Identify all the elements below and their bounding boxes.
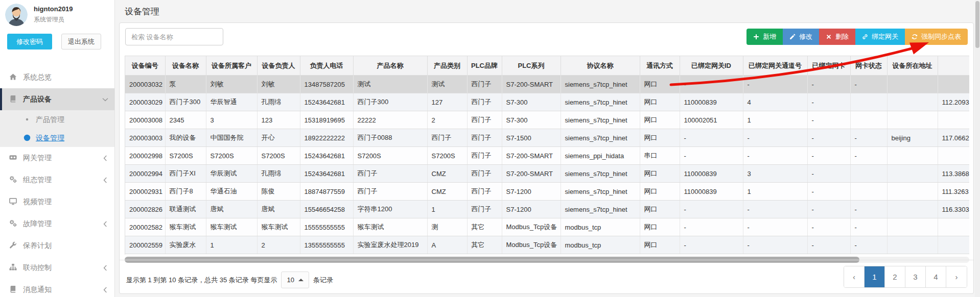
- column-header-设备编号[interactable]: 设备编号: [125, 56, 165, 76]
- records-summary: 显示第 1 到第 10 条记录，总共 35 条记录 每页显示 10 条记录: [126, 271, 333, 288]
- column-header-已绑定网关ID[interactable]: 已绑定网关ID: [680, 56, 743, 76]
- table-cell: -: [850, 201, 887, 218]
- table-row[interactable]: 200002582猴车测试猴车测试猴车测试15555555555猴车测试测其它M…: [125, 218, 969, 236]
- table-cell: -: [680, 201, 743, 218]
- column-header-负责人电话[interactable]: 负责人电话: [300, 56, 353, 76]
- change-password-button[interactable]: 修改密码: [7, 34, 52, 50]
- table-cell: 13487587205: [300, 76, 353, 93]
- table-row[interactable]: 200002931西门子8华通石油陈俊18874877559西门子CMZ西门子S…: [125, 183, 969, 201]
- table-cell: 华辰测试: [206, 165, 257, 183]
- table-cell: 127: [427, 93, 467, 111]
- table-row[interactable]: 200003003我的设备中国国务院开心18922222222西门子0088西门…: [125, 129, 969, 147]
- sidebar-item-6[interactable]: 保养计划: [0, 235, 114, 257]
- sidebar-item-7[interactable]: 联动控制: [0, 257, 114, 279]
- column-header-网卡状态[interactable]: 网卡状态: [850, 56, 887, 76]
- table-row[interactable]: 200003029西门子300华辰智通孔雨绵15243642681西门子3001…: [125, 93, 969, 111]
- column-header-产品类别[interactable]: 产品类别: [427, 56, 467, 76]
- table-cell: 西门子: [467, 76, 502, 93]
- column-header-已绑定网卡[interactable]: 已绑定网卡: [807, 56, 850, 76]
- column-header-已绑定网关通道号[interactable]: 已绑定网关通道号: [743, 56, 807, 76]
- sidebar-subitem-产品管理[interactable]: 产品管理: [0, 110, 114, 129]
- table-cell: 西门子: [467, 183, 502, 201]
- chevron-left-icon: [103, 147, 107, 169]
- sidebar-item-5[interactable]: 故障管理: [0, 213, 114, 235]
- table-row[interactable]: 2000030082345312315318919695222222西门子S7-…: [125, 111, 969, 129]
- table-cell: 1: [743, 183, 807, 201]
- table-cell: 西门子: [353, 183, 427, 201]
- sidebar-item-2[interactable]: 网关管理: [0, 147, 114, 169]
- 删除-button[interactable]: 删除: [819, 29, 855, 45]
- username: hignton2019: [34, 5, 73, 13]
- column-header-PLC系列[interactable]: PLC系列: [502, 56, 561, 76]
- sidebar-subitem-设备管理[interactable]: 设备管理: [0, 129, 114, 147]
- table-cell: 其它: [467, 218, 502, 236]
- table-cell: 开心: [257, 129, 300, 147]
- pagination-page-2[interactable]: 2: [885, 266, 905, 287]
- table-cell: 22222: [353, 111, 427, 129]
- page-size-dropdown[interactable]: 10: [281, 271, 309, 288]
- table-row[interactable]: 200002994西门子XI华辰测试孔雨绵15243642681西门子CMZ西门…: [125, 165, 969, 183]
- column-header-设备所在地址[interactable]: 设备所在地址: [887, 56, 938, 76]
- sidebar-item-3[interactable]: 组态管理: [0, 169, 114, 191]
- table-cell: [850, 93, 887, 111]
- table-row[interactable]: 200003032泵刘敏刘敏13487587205测试测试西门子S7-200-S…: [125, 76, 969, 93]
- column-header-协议名称[interactable]: 协议名称: [561, 56, 640, 76]
- sidebar-item-label: 故障管理: [23, 219, 52, 228]
- table-row[interactable]: 200002559实验废水1213555555555实验室废水处理2019A其它…: [125, 236, 969, 254]
- table-cell: 实验废水: [165, 236, 206, 254]
- 修改-button[interactable]: 修改: [783, 29, 819, 45]
- sidebar-item-8[interactable]: 消息通知: [0, 279, 114, 297]
- device-table-wrap: 设备编号设备名称设备所属客户设备负责人负责人电话产品名称产品类别PLC品牌PLC…: [125, 56, 969, 255]
- vertical-scrollbar: [975, 0, 980, 297]
- table-cell: 我的设备: [165, 129, 206, 147]
- table-cell: -: [807, 93, 850, 111]
- 强制同步点表-button[interactable]: 强制同步点表: [905, 29, 968, 45]
- table-cell: 西门子: [467, 201, 502, 218]
- pagination-prev[interactable]: ‹: [844, 266, 865, 287]
- pencil-icon: [789, 34, 796, 40]
- search-input[interactable]: [125, 28, 223, 45]
- table-cell: 1: [427, 201, 467, 218]
- pagination-page-4[interactable]: 4: [926, 266, 946, 287]
- column-header-产品名称[interactable]: 产品名称: [353, 56, 427, 76]
- column-header-经度[interactable]: 经度: [938, 56, 969, 76]
- table-cell: -: [680, 218, 743, 236]
- table-cell: 猴车测试: [257, 218, 300, 236]
- table-cell: 117.0662: [938, 129, 969, 147]
- column-header-设备负责人[interactable]: 设备负责人: [257, 56, 300, 76]
- 绑定网关-button[interactable]: 绑定网关: [855, 29, 905, 45]
- sidebar-item-0[interactable]: 系统总览: [0, 66, 114, 88]
- pagination-page-3[interactable]: 3: [905, 266, 926, 287]
- logout-button[interactable]: 退出系统: [61, 34, 101, 50]
- pagination-page-1[interactable]: 1: [865, 266, 885, 287]
- table-cell: -: [850, 236, 887, 254]
- main-content: 设备管理 新增修改删除绑定网关强制同步点表 设备编号设备名称设备所属客户设备负责…: [115, 0, 980, 297]
- 新增-button[interactable]: 新增: [746, 29, 783, 45]
- column-header-通讯方式[interactable]: 通讯方式: [640, 56, 680, 76]
- column-header-设备所属客户[interactable]: 设备所属客户: [206, 56, 257, 76]
- table-cell: S7-200-SMART: [502, 76, 561, 93]
- table-row[interactable]: 200002998S7200SS7200SS7200S15243642681S7…: [125, 147, 969, 165]
- table-cell: 测试: [353, 76, 427, 93]
- table-cell: CMZ: [427, 165, 467, 183]
- table-cell: -: [807, 76, 850, 93]
- pagination-next[interactable]: ›: [946, 266, 967, 287]
- table-cell: 15243642681: [300, 147, 353, 165]
- table-row[interactable]: 200002826联通测试唐斌唐斌15546654258字符串12001西门子S…: [125, 201, 969, 218]
- vertical-scrollbar-thumb[interactable]: [975, 1, 979, 48]
- table-cell: 刘敏: [206, 76, 257, 93]
- table-cell: 网口: [640, 76, 680, 93]
- table-cell: 2: [257, 236, 300, 254]
- table-cell: S7-300: [502, 93, 561, 111]
- table-cell: 西门子: [467, 111, 502, 129]
- avatar[interactable]: [5, 4, 28, 26]
- sidebar-item-1[interactable]: 产品设备: [0, 88, 114, 110]
- column-header-设备名称[interactable]: 设备名称: [165, 56, 206, 76]
- table-cell: 123: [257, 111, 300, 129]
- table-cell: siemens_s7tcp_hinet: [561, 76, 640, 93]
- table-cell: 15546654258: [300, 201, 353, 218]
- table-cell: modbus_tcp: [561, 218, 640, 236]
- column-header-PLC品牌[interactable]: PLC品牌: [467, 56, 502, 76]
- table-cell: -: [743, 236, 807, 254]
- sidebar-item-4[interactable]: 视频管理: [0, 191, 114, 213]
